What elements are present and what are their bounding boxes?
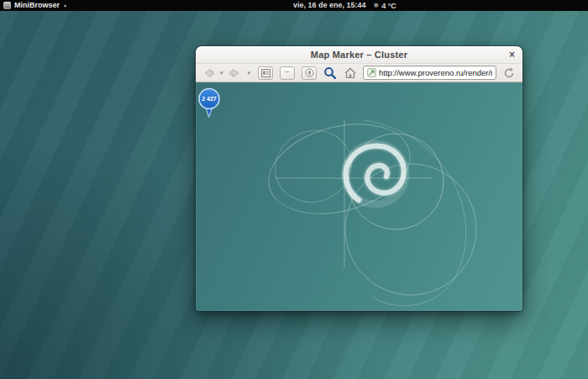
thumbnail-view-button[interactable] <box>258 66 273 80</box>
zoom-out-button[interactable]: − <box>280 66 295 80</box>
browser-window: Map Marker – Cluster × ▾ ▾ − <box>196 46 522 311</box>
browser-toolbar: ▾ ▾ − <box>196 64 522 82</box>
map-viewport[interactable]: 2 427 <box>196 82 522 311</box>
app-menu-label: MiniBrowser <box>14 0 60 11</box>
snow-icon: ❄ <box>374 2 380 9</box>
cluster-marker[interactable]: 2 427 <box>197 87 221 118</box>
window-titlebar[interactable]: Map Marker – Cluster × <box>196 46 522 64</box>
back-arrow-icon <box>202 68 214 78</box>
clock-weather-area[interactable]: vie, 16 de ene, 15:44 ❄ 4 °C <box>293 0 396 11</box>
up-circle-icon <box>305 68 314 77</box>
app-icon <box>3 2 11 9</box>
home-icon <box>344 67 357 79</box>
forward-arrow-icon <box>229 68 242 78</box>
wallpaper-swirl-artwork <box>196 82 522 311</box>
search-icon <box>323 66 337 80</box>
thumbnail-icon <box>261 69 270 77</box>
cluster-marker-count: 2 427 <box>202 96 217 102</box>
weather-temperature: 4 °C <box>381 2 396 10</box>
back-button[interactable] <box>202 68 214 78</box>
upload-button[interactable] <box>302 66 317 80</box>
clock-label: vie, 16 de ene, 15:44 <box>293 0 366 11</box>
desktop: { "top_bar": { "app_label": "MiniBrowser… <box>0 0 588 379</box>
top-bar: MiniBrowser ▾ vie, 16 de ene, 15:44 ❄ 4 … <box>0 0 588 11</box>
page-icon <box>367 68 376 77</box>
close-button[interactable]: × <box>507 50 517 60</box>
chevron-down-icon: ▾ <box>64 3 66 8</box>
reload-button[interactable] <box>503 67 515 79</box>
weather-indicator: ❄ 4 °C <box>374 2 396 10</box>
url-input[interactable] <box>379 68 492 77</box>
back-history-dropdown[interactable]: ▾ <box>220 70 223 76</box>
minus-icon: − <box>285 68 290 76</box>
forward-history-dropdown[interactable]: ▾ <box>248 70 251 76</box>
app-menu[interactable]: MiniBrowser ▾ <box>3 0 66 11</box>
window-title: Map Marker – Cluster <box>311 50 407 60</box>
forward-button[interactable] <box>229 68 242 78</box>
home-button[interactable] <box>344 67 357 79</box>
reload-icon <box>503 67 515 79</box>
url-bar[interactable] <box>363 66 496 80</box>
search-button[interactable] <box>323 66 337 80</box>
